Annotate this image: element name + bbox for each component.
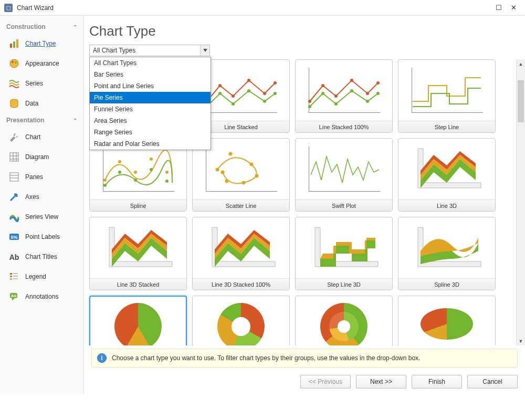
tile-caption: Line Stacked 100%	[296, 121, 392, 132]
svg-point-36	[263, 100, 266, 103]
svg-rect-20	[10, 278, 12, 280]
panes-icon	[8, 171, 20, 183]
svg-point-38	[308, 100, 311, 103]
svg-rect-12	[10, 173, 18, 181]
dropdown-option[interactable]: All Chart Types	[90, 57, 211, 69]
svg-point-4	[12, 61, 14, 63]
vertical-scrollbar[interactable]: ▲ ▼	[516, 59, 525, 345]
cancel-button[interactable]: Cancel	[467, 375, 518, 388]
svg-point-56	[118, 171, 121, 174]
sidebar-item-label: Appearance	[25, 60, 59, 67]
close-button[interactable]: ✕	[506, 2, 521, 14]
chart-type-tile[interactable]: Line 3D	[398, 138, 496, 212]
chart-type-tile[interactable]: Line 3D Stacked	[89, 217, 187, 290]
svg-point-57	[134, 178, 137, 182]
chart-type-tile[interactable]: Line 3D Stacked 100%	[192, 217, 290, 290]
dropdown-option[interactable]: Pie Series	[90, 92, 211, 103]
chart-thumbnail	[296, 296, 392, 345]
chart-type-tile[interactable]: Pie 3D	[398, 296, 496, 345]
sidebar-item-chart[interactable]: Chart	[0, 127, 83, 147]
ribbon-icon	[8, 211, 20, 223]
chart-type-tile[interactable]: Line Stacked 100%	[295, 59, 393, 133]
chart-thumbnail	[296, 60, 392, 121]
svg-point-64	[242, 181, 246, 185]
svg-text:Ab: Ab	[11, 293, 17, 298]
dropdown-option[interactable]: Range Series	[90, 127, 211, 138]
wizard-sidebar: Construction⌃Chart TypeAppearanceSeriesD…	[0, 16, 84, 394]
sidebar-item-label: Chart Type	[25, 40, 56, 47]
combo-dropdown-button[interactable]	[200, 45, 209, 56]
svg-point-41	[350, 79, 353, 82]
dropdown-option[interactable]: Point and Line Series	[90, 80, 211, 92]
svg-point-49	[376, 92, 380, 95]
svg-point-45	[321, 92, 324, 95]
chart-type-tile[interactable]: Nested Doughnut	[295, 296, 393, 345]
dropdown-option[interactable]: Area Series	[90, 115, 211, 127]
sidebar-item-label: Axes	[25, 193, 39, 201]
svg-point-65	[225, 180, 229, 183]
next-button[interactable]: Next >>	[356, 375, 406, 388]
chart-thumbnail	[398, 60, 495, 121]
chart-type-filter-combo[interactable]: All Chart Types All Chart TypesBar Serie…	[89, 45, 210, 56]
scroll-up-arrow[interactable]: ▲	[517, 59, 525, 68]
dropdown-option[interactable]: Funnel Series	[90, 103, 211, 115]
svg-point-28	[232, 94, 235, 98]
chart-type-tile[interactable]: Spline 3D	[398, 217, 496, 290]
sidebar-item-chart-titles[interactable]: AbChart Titles	[0, 247, 83, 267]
svg-point-53	[150, 158, 153, 161]
finish-button[interactable]: Finish	[412, 375, 462, 388]
sidebar-item-diagram[interactable]: Diagram	[0, 147, 83, 167]
chart-thumbnail	[296, 217, 392, 278]
chart-thumbnail	[398, 139, 495, 200]
chart-type-tile[interactable]: Step Line	[398, 59, 496, 133]
tile-caption: Line 3D Stacked	[90, 278, 186, 290]
sidebar-item-panes[interactable]: Panes	[0, 167, 83, 187]
scroll-down-arrow[interactable]: ▼	[517, 337, 525, 345]
chevron-up-icon: ⌃	[73, 24, 77, 30]
sidebar-item-series-view[interactable]: Series View	[0, 207, 83, 227]
sidebar-item-label: Panes	[25, 173, 43, 181]
tile-caption: Spline 3D	[398, 278, 495, 290]
chevron-up-icon: ⌃	[73, 118, 77, 123]
chart-thumbnail	[398, 296, 495, 345]
chart-type-tile[interactable]: Step Line 3D	[295, 217, 393, 290]
tile-caption: Line 3D Stacked 100%	[193, 278, 289, 290]
chart-type-tile[interactable]: Pie	[89, 296, 187, 345]
ab-icon: Ab	[8, 251, 20, 262]
sidebar-item-data[interactable]: Data	[0, 93, 83, 113]
sidebar-item-series[interactable]: Series	[0, 74, 83, 93]
sidebar-item-legend[interactable]: Legend	[0, 267, 83, 287]
sidebar-item-annotations[interactable]: AbAnnotations	[0, 287, 83, 307]
tile-caption: Step Line 3D	[296, 278, 392, 290]
svg-point-62	[250, 163, 254, 166]
tile-caption: Swift Plot	[296, 200, 392, 211]
chart-type-tile[interactable]: Swift Plot	[295, 138, 393, 212]
svg-point-52	[134, 171, 137, 174]
title-bar: ⬚ Chart Wizard ☐ ✕	[0, 0, 525, 16]
dropdown-option[interactable]: Bar Series	[90, 69, 211, 80]
sidebar-item-label: Annotations	[25, 293, 58, 300]
svg-point-59	[165, 180, 169, 183]
sidebar-item-chart-type[interactable]: Chart Type	[0, 34, 83, 54]
sidebar-item-axes[interactable]: Axes	[0, 187, 83, 207]
scroll-thumb[interactable]	[518, 80, 524, 122]
sidebar-item-appearance[interactable]: Appearance	[0, 54, 83, 74]
page-title: Chart Type	[84, 16, 525, 45]
svg-rect-1	[13, 41, 15, 48]
dropdown-option[interactable]: Radar and Polar Series	[90, 138, 211, 150]
sidebar-item-point-labels[interactable]: 5%Point Labels	[0, 227, 83, 247]
sidebar-item-label: Point Labels	[25, 233, 60, 240]
previous-button[interactable]: << Previous	[300, 375, 351, 388]
chart-type-tile[interactable]: Doughnut	[192, 296, 290, 345]
maximize-button[interactable]: ☐	[491, 2, 506, 14]
chart-thumbnail	[193, 217, 289, 278]
chart-thumbnail	[296, 139, 392, 200]
svg-point-48	[366, 100, 369, 103]
svg-rect-19	[10, 276, 12, 277]
sidebar-section-header[interactable]: Construction⌃	[0, 20, 83, 34]
svg-point-51	[118, 160, 121, 163]
sidebar-section-header[interactable]: Presentation⌃	[0, 113, 83, 127]
info-text: Choose a chart type you want to use. To …	[112, 354, 420, 362]
svg-point-63	[255, 174, 259, 178]
svg-text:5%: 5%	[10, 235, 17, 240]
